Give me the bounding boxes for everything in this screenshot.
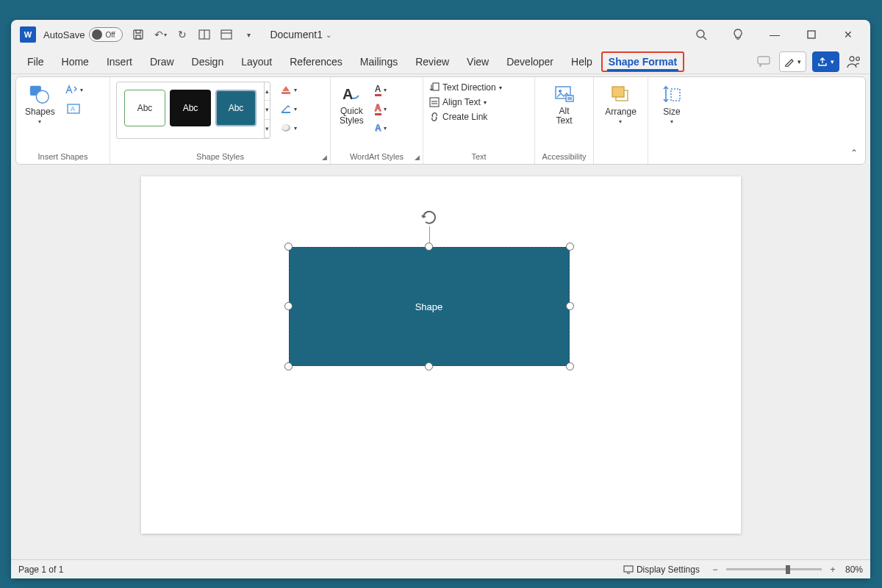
- shape-fill-button[interactable]: ▾: [278, 82, 299, 98]
- comments-icon[interactable]: [754, 52, 773, 71]
- resize-handle-b[interactable]: [425, 362, 433, 370]
- text-fill-button[interactable]: A▾: [371, 82, 390, 98]
- zoom-out-button[interactable]: −: [710, 564, 720, 575]
- group-label: Insert Shapes: [22, 152, 104, 162]
- rotate-handle[interactable]: [420, 209, 438, 226]
- text-effects-button[interactable]: A▾: [371, 120, 390, 136]
- zoom-slider[interactable]: [726, 568, 822, 570]
- share-button[interactable]: ▾: [812, 51, 839, 72]
- shapes-icon: [29, 83, 51, 105]
- text-outline-button[interactable]: A▾: [371, 101, 390, 117]
- zoom-in-button[interactable]: +: [828, 564, 838, 575]
- svg-rect-0: [134, 30, 143, 39]
- tab-mailings[interactable]: Mailings: [351, 51, 406, 72]
- arrange-icon: [609, 83, 631, 105]
- quick-styles-button[interactable]: A Quick Styles: [337, 82, 367, 127]
- tab-insert[interactable]: Insert: [98, 51, 141, 72]
- shapes-label: Shapes: [25, 107, 55, 117]
- arrange-button[interactable]: Arrange ▾: [602, 82, 639, 126]
- tab-references[interactable]: References: [281, 51, 351, 72]
- undo-icon[interactable]: ↶▾: [151, 25, 170, 44]
- display-settings-icon[interactable]: [623, 565, 634, 574]
- minimize-button[interactable]: —: [764, 24, 785, 45]
- svg-rect-4: [221, 30, 232, 39]
- style-swatch-1[interactable]: Abc: [124, 90, 165, 126]
- resize-handle-r[interactable]: [566, 302, 574, 310]
- shape-text[interactable]: Shape: [415, 301, 443, 312]
- document-title[interactable]: Document1 ⌄: [270, 29, 331, 40]
- resize-handle-l[interactable]: [284, 302, 293, 310]
- style-swatch-2[interactable]: Abc: [170, 90, 211, 126]
- toggle-knob: [92, 29, 102, 40]
- qat-icon-2[interactable]: [217, 25, 236, 44]
- align-text-button[interactable]: Align Text▾: [429, 96, 487, 108]
- account-icon[interactable]: [845, 53, 863, 71]
- qat-more-icon[interactable]: ▾: [239, 25, 258, 44]
- gallery-spinner[interactable]: ▴▾▾: [264, 82, 270, 138]
- shape-effects-button[interactable]: ▾: [278, 120, 299, 136]
- tab-help[interactable]: Help: [562, 51, 601, 72]
- alt-text-icon: [553, 83, 576, 105]
- tab-design[interactable]: Design: [183, 51, 233, 72]
- svg-rect-23: [430, 98, 439, 107]
- size-button[interactable]: Size ▾: [658, 82, 686, 126]
- collapse-ribbon-icon[interactable]: ⌃: [850, 148, 858, 158]
- svg-rect-18: [282, 112, 290, 113]
- lightbulb-icon[interactable]: [728, 24, 748, 45]
- create-link-button[interactable]: Create Link: [429, 111, 487, 123]
- save-icon[interactable]: [129, 25, 148, 44]
- group-arrange: Arrange ▾: [594, 77, 648, 164]
- group-label: WordArt Styles: [337, 152, 417, 162]
- tab-shape-format[interactable]: Shape Format: [601, 51, 684, 72]
- resize-handle-br[interactable]: [566, 362, 574, 370]
- svg-rect-34: [624, 566, 633, 572]
- text-direction-button[interactable]: Text Direction▾: [429, 82, 502, 93]
- maximize-button[interactable]: [801, 24, 822, 45]
- zoom-thumb[interactable]: [786, 565, 790, 574]
- text-box-button[interactable]: A: [62, 101, 85, 117]
- tab-home[interactable]: Home: [53, 51, 98, 72]
- tab-layout[interactable]: Layout: [232, 51, 281, 72]
- resize-handle-bl[interactable]: [284, 362, 293, 370]
- style-gallery[interactable]: Abc Abc Abc ▴▾▾: [116, 82, 270, 139]
- title-right: — ✕: [691, 24, 866, 45]
- page-indicator[interactable]: Page 1 of 1: [18, 564, 63, 575]
- selected-shape[interactable]: Shape: [289, 247, 570, 366]
- resize-handle-tr[interactable]: [566, 243, 574, 251]
- status-bar: Page 1 of 1 Display Settings − + 80%: [11, 559, 870, 578]
- dialog-launcher-icon[interactable]: ◢: [415, 154, 420, 161]
- resize-handle-t[interactable]: [425, 243, 433, 251]
- redo-icon[interactable]: ↻: [173, 25, 192, 44]
- qat-icon-1[interactable]: [195, 25, 214, 44]
- display-settings-button[interactable]: Display Settings: [637, 564, 700, 575]
- svg-rect-17: [282, 92, 290, 94]
- svg-point-27: [559, 90, 562, 93]
- quick-styles-icon: A: [340, 83, 362, 105]
- group-wordart: A Quick Styles A▾ A▾ A▾ WordArt Styles ◢: [331, 77, 423, 164]
- page[interactable]: Shape: [141, 176, 741, 534]
- group-size: Size ▾: [648, 77, 695, 164]
- autosave-toggle[interactable]: Off: [89, 27, 123, 42]
- shape-outline-button[interactable]: ▾: [278, 101, 299, 117]
- editing-mode-button[interactable]: ▾: [779, 51, 806, 72]
- tab-view[interactable]: View: [458, 51, 498, 72]
- tab-review[interactable]: Review: [406, 51, 458, 72]
- search-icon[interactable]: [691, 24, 711, 45]
- shape-rectangle[interactable]: Shape: [289, 247, 570, 366]
- tab-developer[interactable]: Developer: [498, 51, 562, 72]
- svg-point-11: [850, 57, 854, 61]
- tab-draw[interactable]: Draw: [141, 51, 183, 72]
- title-bar: W AutoSave Off ↶▾ ↻ ▾ Document1 ⌄ — ✕: [11, 20, 870, 49]
- dialog-launcher-icon[interactable]: ◢: [322, 154, 327, 161]
- group-label: [600, 152, 642, 162]
- group-insert-shapes: Shapes ▾ ▾ A Insert Shapes: [16, 77, 110, 164]
- tab-file[interactable]: File: [18, 51, 53, 72]
- close-button[interactable]: ✕: [838, 24, 858, 45]
- resize-handle-tl[interactable]: [284, 243, 293, 251]
- style-swatch-3[interactable]: Abc: [215, 90, 257, 126]
- document-canvas[interactable]: Shape: [11, 165, 870, 559]
- shapes-button[interactable]: Shapes ▾: [22, 82, 58, 126]
- zoom-level[interactable]: 80%: [845, 564, 863, 575]
- edit-shape-button[interactable]: ▾: [62, 82, 85, 98]
- alt-text-button[interactable]: Alt Text: [551, 82, 578, 127]
